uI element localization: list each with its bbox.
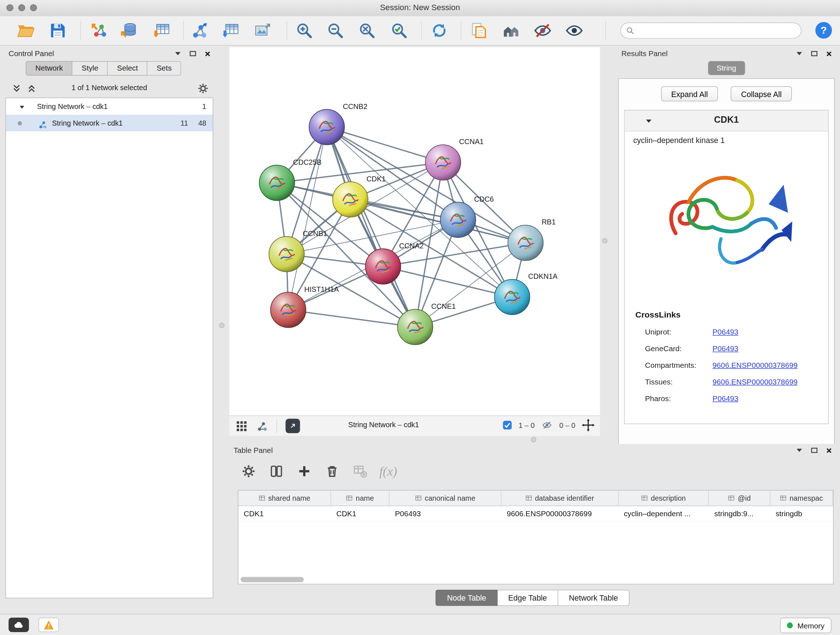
cloud-button[interactable] [9, 618, 29, 632]
import-network-database-icon[interactable] [119, 21, 138, 40]
zoom-fit-icon[interactable] [357, 21, 377, 40]
crosslink-link[interactable]: 9606.ENSP00000378699 [713, 374, 798, 390]
network-edge-CCNB2-CCNA1[interactable] [327, 127, 443, 163]
crosslinks-title: CrossLinks [635, 310, 681, 320]
export-network-button[interactable] [286, 419, 300, 433]
tab-sets[interactable]: Sets [148, 61, 181, 76]
save-session-icon[interactable] [48, 21, 67, 40]
birds-eye-grid-icon[interactable] [236, 420, 248, 432]
network-edge-HIST1H1A-CCNE1[interactable] [288, 310, 415, 327]
hide-selected-eye-icon[interactable] [533, 21, 552, 40]
bottom-splitter-grip[interactable] [531, 437, 537, 442]
network-edge-CCNA2-CDKN1A[interactable] [383, 266, 512, 297]
selected-checkbox-icon[interactable] [502, 420, 512, 430]
network-node-CCNB2[interactable] [309, 109, 344, 145]
tab-select[interactable]: Select [108, 61, 147, 76]
tab-network[interactable]: Network [26, 61, 73, 76]
column-header-database-identifier[interactable]: database identifier [501, 491, 619, 505]
panel-close-icon[interactable] [826, 50, 832, 57]
node-table-body: CDK1CDK1P064939606.ENSP00000378699cyclin… [238, 506, 833, 522]
left-splitter-grip[interactable] [219, 323, 225, 328]
crosslink-link[interactable]: P06493 [713, 340, 738, 357]
network-glyph-icon[interactable] [256, 420, 268, 432]
network-node-CDK1[interactable] [333, 182, 368, 217]
crosslink-row: GeneCard:P06493 [625, 340, 829, 357]
network-row-selected[interactable]: String Network – cdk1 11 48 [6, 115, 213, 131]
table-cell: cyclin–dependent ... [619, 506, 709, 521]
column-header-@id[interactable]: @id [709, 491, 770, 505]
network-node-CCNB1[interactable] [269, 236, 304, 272]
search-input[interactable] [634, 26, 796, 35]
network-share-icon [38, 119, 47, 135]
hscrollbar-thumb[interactable] [240, 577, 304, 582]
panel-close-icon[interactable] [826, 447, 832, 454]
network-options-gear-icon[interactable] [197, 82, 209, 96]
network-node-CCNA2[interactable] [365, 249, 401, 284]
panel-float-icon[interactable] [811, 447, 818, 454]
show-columns-icon[interactable] [268, 463, 285, 480]
network-collection-row[interactable]: String Network – cdk1 1 [6, 98, 213, 115]
panel-float-icon[interactable] [189, 50, 197, 57]
import-table-icon[interactable] [152, 21, 171, 40]
column-header-description[interactable]: description [619, 491, 709, 505]
network-edge-CCNB2-HIST1H1A[interactable] [288, 127, 327, 310]
crosslink-link[interactable]: 9606.ENSP00000378699 [713, 357, 798, 374]
gene-section: CDK1 cyclin–dependent kinase 1 [624, 110, 829, 424]
network-node-CDC25B[interactable] [259, 165, 295, 201]
network-node-HIST1H1A[interactable] [271, 292, 306, 328]
network-node-CDKN1A[interactable] [494, 279, 530, 315]
panel-menu-caret-icon[interactable] [796, 50, 803, 57]
help-button[interactable]: ? [815, 22, 832, 39]
zoom-out-icon[interactable] [325, 21, 345, 40]
hidden-eye-icon[interactable] [541, 420, 553, 430]
network-tree: String Network – cdk1 1 String Network –… [5, 98, 213, 599]
tab-string[interactable]: String [708, 61, 745, 75]
crosslink-row: Uniprot:P06493 [625, 324, 829, 340]
show-all-eye-icon[interactable] [565, 21, 584, 40]
add-column-icon[interactable] [295, 463, 313, 480]
table-settings-gear-icon[interactable] [240, 463, 257, 480]
network-collection-count: 1 [202, 98, 206, 115]
panel-menu-caret-icon[interactable] [174, 50, 182, 57]
open-session-icon[interactable] [16, 21, 35, 40]
network-node-CCNE1[interactable] [398, 309, 433, 345]
pan-crosshair-icon[interactable] [582, 419, 595, 432]
column-header-shared-name[interactable]: shared name [238, 491, 331, 505]
right-splitter-grip[interactable] [602, 238, 607, 244]
tree-collapse-caret-icon[interactable] [19, 100, 25, 116]
table-row[interactable]: CDK1CDK1P064939606.ENSP00000378699cyclin… [238, 506, 833, 522]
export-image-icon[interactable] [253, 21, 272, 40]
crosslink-link[interactable]: P06493 [713, 324, 738, 340]
warning-button[interactable] [39, 618, 59, 632]
column-header-namespac[interactable]: namespac [770, 491, 833, 505]
first-neighbors-icon[interactable] [501, 21, 521, 40]
network-canvas[interactable]: CCNB2CCNA1CDC25BCDK1CDC6RB1CCNB1CCNA2CDK… [229, 47, 600, 415]
network-node-CDC6[interactable] [440, 202, 476, 238]
import-network-file-icon[interactable] [89, 21, 108, 40]
network-node-CCNA1[interactable] [425, 145, 461, 180]
table-cell: CDK1 [331, 506, 390, 521]
delete-column-trash-icon[interactable] [324, 463, 340, 480]
collapse-all-button[interactable]: Collapse All [731, 86, 791, 101]
network-node-RB1[interactable] [508, 225, 543, 261]
panel-menu-caret-icon[interactable] [796, 447, 803, 454]
tab-node-table[interactable]: Node Table [436, 590, 497, 606]
panel-close-icon[interactable] [204, 50, 211, 57]
panel-float-icon[interactable] [811, 50, 818, 57]
crosslink-link[interactable]: P06493 [713, 390, 738, 407]
network-edge-CCNB2-CCNE1[interactable] [327, 127, 415, 327]
zoom-selected-icon[interactable] [390, 21, 409, 40]
new-table-icon[interactable] [221, 21, 240, 40]
table-cell: stringdb:9... [709, 506, 770, 521]
tab-edge-table[interactable]: Edge Table [497, 590, 558, 606]
new-network-icon[interactable] [189, 21, 209, 40]
column-header-name[interactable]: name [331, 491, 390, 505]
tab-style[interactable]: Style [73, 61, 108, 76]
expand-all-button[interactable]: Expand All [661, 86, 718, 101]
memory-button[interactable]: Memory [780, 618, 832, 633]
zoom-in-icon[interactable] [294, 21, 314, 40]
column-header-canonical-name[interactable]: canonical name [390, 491, 501, 505]
apply-layout-icon[interactable] [430, 21, 449, 40]
snapshot-document-icon[interactable] [469, 21, 488, 40]
tab-network-table[interactable]: Network Table [558, 590, 629, 606]
